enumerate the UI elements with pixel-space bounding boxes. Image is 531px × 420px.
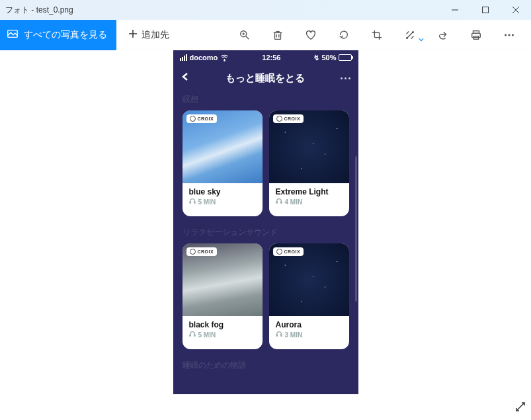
- window-controls: [440, 0, 531, 20]
- svg-rect-35: [194, 335, 195, 337]
- headphones-icon: [276, 198, 282, 206]
- image-viewer: docomo 12:56 ↯ 50% もっと睡眠をとる 瞑想 CROIX blu…: [0, 50, 531, 420]
- card-duration: 3 MIN: [285, 331, 303, 339]
- section-label: 睡眠のための物語: [173, 357, 358, 376]
- svg-rect-34: [189, 335, 190, 337]
- window-titlebar: フォト - test_0.png: [0, 0, 531, 20]
- more-button[interactable]: [493, 20, 526, 50]
- phone-navbar: もっと睡眠をとる: [173, 65, 358, 91]
- headphones-icon: [189, 198, 196, 206]
- charging-icon: ↯: [313, 54, 319, 62]
- svg-rect-32: [276, 202, 277, 204]
- add-to-button[interactable]: 追加先: [116, 20, 181, 50]
- back-button[interactable]: [181, 72, 190, 84]
- section-label: リラクゼーションサウンド: [173, 224, 358, 243]
- share-button[interactable]: [427, 20, 460, 50]
- svg-point-26: [505, 34, 507, 36]
- clock-label: 12:56: [229, 54, 313, 62]
- card-thumb: CROIX: [183, 110, 263, 183]
- zoom-button[interactable]: [228, 20, 261, 50]
- battery-pct-label: 50%: [321, 54, 336, 62]
- edit-button[interactable]: [393, 20, 427, 50]
- card-title: Extreme Light: [276, 187, 343, 196]
- card-thumb: CROIX: [269, 110, 349, 183]
- scrollbar[interactable]: [355, 156, 357, 302]
- headphones-icon: [276, 331, 282, 339]
- audio-card[interactable]: CROIX blue sky 5 MIN: [183, 110, 263, 216]
- card-duration: 5 MIN: [198, 331, 216, 339]
- brand-badge: CROIX: [273, 247, 304, 256]
- phone-screenshot: docomo 12:56 ↯ 50% もっと睡眠をとる 瞑想 CROIX blu…: [173, 50, 358, 394]
- view-all-photos-button[interactable]: すべての写真を見る: [0, 20, 116, 50]
- window-title: フォト - test_0.png: [5, 5, 440, 16]
- svg-line-8: [246, 36, 249, 39]
- svg-rect-36: [276, 335, 277, 337]
- nav-title: もっと睡眠をとる: [190, 72, 341, 85]
- carrier-label: docomo: [190, 54, 218, 62]
- svg-rect-37: [280, 335, 282, 337]
- audio-card[interactable]: CROIX Extreme Light 4 MIN: [269, 110, 349, 216]
- brand-badge: CROIX: [273, 114, 304, 123]
- print-button[interactable]: [460, 20, 493, 50]
- svg-rect-24: [472, 33, 481, 37]
- battery-icon: [339, 54, 352, 61]
- nav-more-button[interactable]: [341, 77, 350, 79]
- svg-rect-31: [194, 202, 195, 204]
- toolbar-actions: [228, 20, 531, 50]
- crop-button[interactable]: [360, 20, 393, 50]
- favorite-button[interactable]: [294, 20, 327, 50]
- card-title: blue sky: [189, 187, 256, 196]
- svg-rect-33: [280, 202, 282, 204]
- svg-point-29: [224, 58, 225, 60]
- app-toolbar: すべての写真を見る 追加先: [0, 20, 531, 50]
- resize-handle-icon[interactable]: [515, 401, 526, 415]
- svg-line-38: [516, 403, 524, 411]
- chevron-down-icon: [419, 33, 424, 45]
- card-duration: 4 MIN: [285, 198, 303, 206]
- view-all-label: すべての写真を見る: [24, 29, 107, 41]
- svg-rect-30: [189, 202, 190, 204]
- audio-card[interactable]: CROIX black fog 5 MIN: [183, 243, 263, 349]
- delete-button[interactable]: [261, 20, 294, 50]
- close-button[interactable]: [501, 0, 531, 20]
- wifi-icon: [220, 53, 229, 63]
- photos-icon: [7, 28, 19, 42]
- card-title: Aurora: [276, 320, 343, 329]
- card-thumb: CROIX: [269, 243, 349, 316]
- headphones-icon: [189, 331, 196, 339]
- card-duration: 5 MIN: [198, 198, 216, 206]
- svg-rect-1: [483, 7, 489, 13]
- card-thumb: CROIX: [183, 243, 263, 316]
- minimize-button[interactable]: [440, 0, 470, 20]
- card-title: black fog: [189, 320, 256, 329]
- brand-badge: CROIX: [186, 247, 218, 256]
- card-grid: CROIX blue sky 5 MIN CROIX Extreme Light…: [173, 110, 358, 216]
- plus-icon: [128, 29, 138, 40]
- rotate-button[interactable]: [327, 20, 360, 50]
- card-grid: CROIX black fog 5 MIN CROIX Aurora 3 MIN: [173, 243, 358, 349]
- add-to-label: 追加先: [142, 29, 169, 41]
- svg-point-28: [512, 34, 514, 36]
- svg-rect-11: [275, 32, 281, 39]
- maximize-button[interactable]: [470, 0, 501, 20]
- phone-statusbar: docomo 12:56 ↯ 50%: [173, 50, 358, 65]
- signal-icon: [180, 54, 187, 61]
- svg-point-27: [509, 34, 510, 36]
- brand-badge: CROIX: [186, 114, 218, 123]
- section-label: 瞑想: [173, 91, 358, 110]
- audio-card[interactable]: CROIX Aurora 3 MIN: [269, 243, 349, 349]
